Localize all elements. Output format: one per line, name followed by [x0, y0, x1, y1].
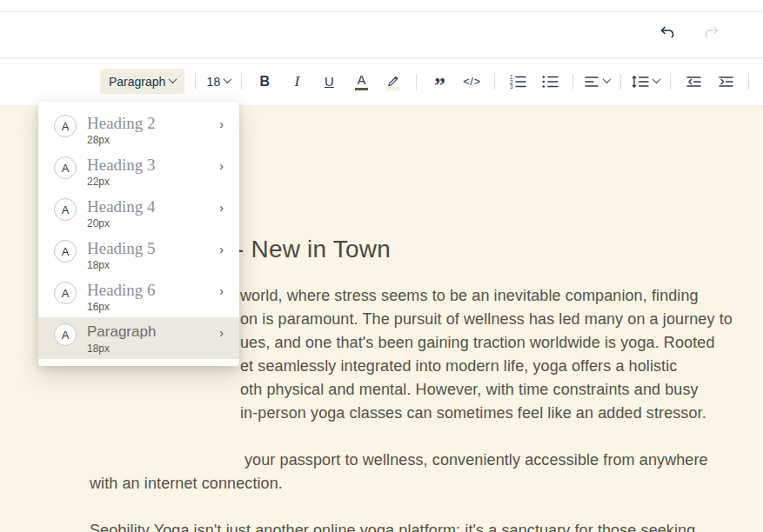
paragraph-style-menu: AHeading 228px›AHeading 322px›AHeading 4… [38, 102, 239, 366]
line-spacing-icon [632, 74, 649, 90]
line-spacing-dropdown-button[interactable] [632, 69, 659, 95]
text-line: oth physical and mental. However, with t… [240, 378, 733, 402]
chevron-down-icon [224, 75, 232, 83]
outdent-button[interactable] [681, 69, 706, 95]
style-option-label: Heading 4 [87, 197, 156, 216]
text-style-icon: A [54, 198, 77, 221]
style-option-label: Heading 5 [87, 239, 156, 258]
passport-line-fragment: your passport to wellness, conveniently … [244, 449, 708, 472]
paragraph-style-label: Paragraph [109, 75, 165, 89]
top-divider [0, 11, 763, 12]
style-option-size: 22px [87, 175, 156, 189]
outdent-icon [686, 74, 702, 90]
style-option-size: 18px [87, 342, 156, 356]
intro-paragraph-fragment: world, where stress seems to be an inevi… [240, 284, 733, 425]
toolbar-separator [620, 74, 621, 90]
style-option-size: 28px [87, 133, 156, 147]
ordered-list-button[interactable]: 1 2 3 [505, 69, 530, 95]
chevron-down-icon [603, 75, 612, 83]
passport-line-full: with an internet connection. [90, 472, 283, 495]
text-line: Seobility Yoga isn't just another online… [90, 519, 729, 532]
underline-icon: U [325, 74, 334, 89]
text-line: et seamlessly integrated into modern lif… [240, 355, 733, 378]
undo-icon [658, 23, 676, 42]
text-line: in-person yoga classes can sometimes fee… [240, 402, 733, 425]
toolbar-separator [416, 74, 417, 90]
text-line: ues, and one that's been gaining tractio… [240, 331, 733, 355]
underline-button[interactable]: U [317, 69, 341, 95]
chevron-right-icon: › [219, 284, 224, 298]
blockquote-button[interactable]: ” [427, 69, 452, 95]
style-option-size: 18px [87, 258, 156, 272]
text-style-icon: A [54, 323, 77, 346]
bold-icon: B [260, 74, 271, 90]
text-line: world, where stress seems to be an inevi… [240, 284, 733, 308]
quote-icon: ” [434, 82, 445, 90]
style-option-heading-6[interactable]: AHeading 616px› [38, 276, 239, 317]
paragraph-style-dropdown-button[interactable]: Paragraph [100, 69, 184, 94]
toolbar-separator [195, 74, 196, 90]
text-style-icon: A [54, 115, 77, 137]
chevron-right-icon: › [219, 326, 224, 340]
code-icon: </> [463, 75, 480, 88]
redo-button[interactable] [699, 19, 725, 45]
font-size-label: 18 [207, 75, 221, 89]
style-option-heading-4[interactable]: AHeading 420px› [38, 192, 239, 234]
style-option-heading-3[interactable]: AHeading 322px› [38, 150, 239, 192]
text-color-button[interactable]: A [349, 69, 373, 95]
text-line: your passport to wellness, conveniently … [244, 449, 708, 472]
style-option-label: Heading 6 [87, 281, 156, 300]
toolbar-separator [241, 74, 242, 90]
misspelled-word: Seobility [90, 522, 150, 532]
svg-text:3: 3 [510, 83, 513, 90]
undo-button[interactable] [653, 19, 679, 45]
unordered-list-button[interactable] [538, 69, 562, 95]
document-heading: - New in Town [236, 236, 391, 263]
toolbar-separator [494, 74, 495, 90]
font-size-dropdown-button[interactable]: 18 [206, 69, 231, 95]
chevron-down-icon [653, 75, 661, 83]
align-lines-icon [584, 74, 599, 90]
text-color-icon: A [355, 73, 368, 90]
italic-icon: I [295, 73, 300, 90]
text-style-icon: A [54, 156, 77, 179]
italic-button[interactable]: I [284, 69, 309, 95]
text-line: on is paramount. The pursuit of wellness… [240, 308, 733, 331]
style-option-paragraph[interactable]: AParagraph18px› [38, 317, 239, 359]
style-option-size: 20px [87, 216, 156, 230]
text-style-icon: A [54, 282, 77, 304]
chevron-right-icon: › [219, 159, 224, 173]
seobility-paragraph: Seobility Yoga isn't just another online… [90, 519, 729, 532]
pen-icon [386, 73, 400, 90]
alignment-dropdown-button[interactable] [584, 69, 610, 95]
style-option-label: Heading 2 [87, 114, 156, 133]
redo-icon [703, 23, 721, 42]
chevron-right-icon: › [219, 117, 224, 131]
toolbar-separator [670, 74, 671, 90]
style-option-label: Heading 3 [87, 156, 156, 175]
highlight-color-button[interactable] [381, 69, 405, 95]
text-line: with an internet connection. [90, 472, 283, 495]
unordered-list-icon [541, 74, 559, 90]
chevron-right-icon: › [219, 201, 224, 215]
toolbar-separator [572, 74, 573, 90]
history-actions [653, 19, 725, 45]
indent-icon [718, 74, 734, 90]
text-style-icon: A [54, 240, 77, 263]
bold-button[interactable]: B [252, 69, 277, 95]
chevron-right-icon: › [219, 243, 224, 256]
style-option-heading-5[interactable]: AHeading 518px› [38, 234, 239, 276]
toolbar-separator [748, 74, 749, 90]
chevron-down-icon [169, 75, 177, 83]
formatting-toolbar: Paragraph 18 B I U A ” </> [100, 58, 763, 104]
code-block-button[interactable]: </> [459, 69, 484, 95]
style-option-label: Paragraph [87, 323, 156, 342]
style-option-size: 16px [87, 300, 156, 314]
link-button[interactable] [760, 69, 763, 95]
indent-button[interactable] [713, 69, 738, 95]
ordered-list-icon: 1 2 3 [509, 74, 526, 90]
style-option-heading-2[interactable]: AHeading 228px› [38, 109, 239, 150]
